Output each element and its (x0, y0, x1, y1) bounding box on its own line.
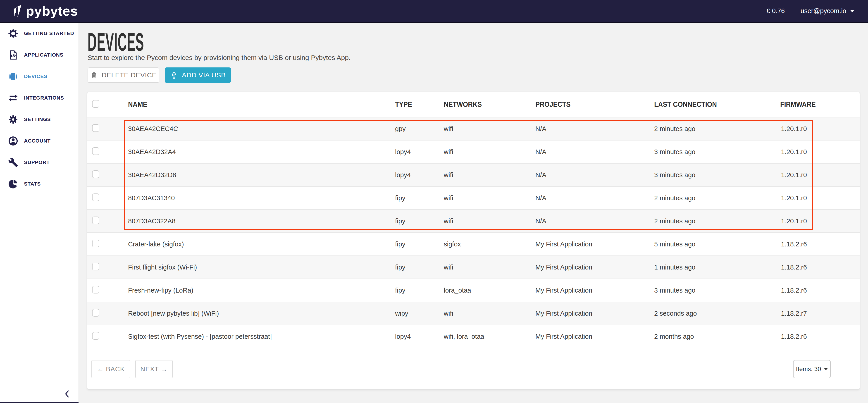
device-type: gpy (390, 125, 438, 133)
user-email: user@pycom.io (801, 7, 846, 15)
sidebar-item-devices[interactable]: DEVICES (0, 66, 79, 87)
add-via-usb-label: ADD VIA USB (182, 71, 226, 79)
sidebar-item-getting-started[interactable]: GETTING STARTED (0, 23, 79, 44)
col-header-projects: PROJECTS (530, 100, 649, 108)
device-projects: My First Application (530, 264, 649, 271)
col-header-firmware: FIRMWARE (774, 100, 817, 108)
device-name[interactable]: 807D3AC322A8 (122, 217, 390, 225)
delete-device-label: DELETE DEVICE (102, 71, 157, 79)
next-button[interactable]: NEXT → (135, 360, 173, 378)
device-firmware: 1.18.2.r6 (774, 264, 817, 271)
sidebar-item-label: SETTINGS (24, 117, 51, 122)
chevron-left-icon (64, 390, 70, 398)
table-body: 30AEA42CEC4C gpy wifi N/A 2 minutes ago … (87, 117, 860, 348)
sidebar-item-account[interactable]: ACCOUNT (0, 130, 79, 152)
user-icon (8, 135, 19, 146)
sidebar-item-stats[interactable]: STATS (0, 173, 79, 195)
pybytes-logo-icon (13, 5, 23, 18)
device-type: fipy (390, 217, 438, 225)
table-row[interactable]: 30AEA42D32D8 lopy4 wifi N/A 3 minutes ag… (87, 163, 860, 186)
row-checkbox[interactable] (92, 193, 99, 201)
table-row[interactable]: Sigfox-test (with Pysense) - [pastoor pe… (87, 325, 860, 348)
device-name[interactable]: 807D3AC31340 (122, 194, 390, 202)
caret-down-icon (824, 368, 828, 370)
device-name[interactable]: 30AEA42D32D8 (122, 171, 390, 179)
page-title: DEVICES (88, 29, 200, 55)
sidebar-collapse-button[interactable] (62, 389, 72, 399)
topbar-right: € 0.76 user@pycom.io (766, 7, 855, 15)
device-last-connection: 3 minutes ago (649, 148, 774, 156)
device-projects: My First Application (530, 333, 649, 340)
sidebar-item-support[interactable]: SUPPORT (0, 152, 79, 173)
row-checkbox[interactable] (92, 147, 99, 155)
device-last-connection: 3 minutes ago (649, 287, 774, 294)
device-name[interactable]: Crater-lake (sigfox) (122, 241, 390, 248)
sidebar-item-integrations[interactable]: INTEGRATIONS (0, 87, 79, 108)
row-checkbox[interactable] (92, 217, 99, 224)
table-footer: ← BACK NEXT → Items: 30 (87, 347, 860, 390)
sidebar-item-applications[interactable]: APPLICATIONS (0, 44, 79, 66)
table-row[interactable]: 807D3AC31340 fipy wifi N/A 2 minutes ago… (87, 186, 860, 209)
row-checkbox[interactable] (92, 309, 99, 316)
device-name[interactable]: Reboot [new pybytes lib] (WiFi) (122, 310, 390, 317)
chip-icon (8, 71, 19, 82)
device-projects: My First Application (530, 287, 649, 294)
account-balance: € 0.76 (766, 7, 785, 15)
items-per-page-dropdown[interactable]: Items: 30 (793, 360, 831, 378)
table-row[interactable]: 30AEA42D32A4 lopy4 wifi N/A 3 minutes ag… (87, 140, 860, 163)
device-networks: wifi (438, 194, 530, 202)
items-per-page-label: Items: 30 (796, 366, 821, 373)
sidebar: GETTING STARTED APPLICATIONS (0, 23, 79, 403)
device-name[interactable]: Fresh-new-fipy (LoRa) (122, 287, 390, 294)
delete-device-button[interactable]: DELETE DEVICE (88, 67, 159, 83)
device-type: fipy (390, 287, 438, 294)
add-via-usb-button[interactable]: ADD VIA USB (165, 67, 231, 83)
user-menu-button[interactable]: user@pycom.io (801, 7, 855, 15)
table-row[interactable]: 807D3AC322A8 fipy wifi N/A 2 minutes ago… (87, 209, 860, 232)
sidebar-item-label: SUPPORT (24, 159, 50, 165)
device-firmware: 1.18.2.r7 (774, 310, 817, 317)
table-row[interactable]: 30AEA42CEC4C gpy wifi N/A 2 minutes ago … (87, 117, 860, 140)
row-checkbox[interactable] (92, 124, 99, 132)
caret-down-icon (850, 9, 855, 12)
sidebar-item-label: DEVICES (24, 73, 48, 80)
main-content: DEVICES Start to explore the Pycom devic… (79, 23, 868, 403)
pybytes-logo[interactable]: pybytes (13, 4, 78, 18)
devices-table-card: NAME TYPE NETWORKS PROJECTS LAST CONNECT… (87, 92, 860, 390)
device-firmware: 1.20.1.r0 (774, 194, 817, 202)
device-last-connection: 1 minutes ago (649, 264, 774, 271)
table-row[interactable]: Crater-lake (sigfox) fipy sigfox My Firs… (87, 232, 860, 255)
select-all-checkbox[interactable] (92, 100, 99, 108)
row-checkbox[interactable] (92, 263, 99, 270)
device-networks: wifi (438, 310, 530, 317)
device-firmware: 1.20.1.r0 (774, 125, 817, 133)
table-row[interactable]: Reboot [new pybytes lib] (WiFi) wipy wif… (87, 302, 860, 325)
device-projects: My First Application (530, 241, 649, 248)
device-firmware: 1.18.2.r6 (774, 333, 817, 340)
row-checkbox[interactable] (92, 240, 99, 247)
back-button[interactable]: ← BACK (91, 360, 130, 378)
usb-icon (170, 71, 178, 80)
row-checkbox[interactable] (92, 170, 99, 178)
sidebar-item-settings[interactable]: SETTINGS (0, 108, 79, 130)
sidebar-item-label: STATS (24, 181, 41, 187)
device-projects: N/A (530, 217, 649, 225)
device-name[interactable]: Sigfox-test (with Pysense) - [pastoor pe… (122, 333, 390, 340)
wrench-icon (8, 157, 19, 168)
table-row[interactable]: First flight sigfox (Wi-Fi) fipy wifi My… (87, 255, 860, 279)
device-networks: wifi, lora_otaa (438, 333, 530, 340)
row-checkbox[interactable] (92, 332, 99, 340)
table-row[interactable]: Fresh-new-fipy (LoRa) fipy lora_otaa My … (87, 279, 860, 302)
device-projects: N/A (530, 194, 649, 202)
device-name[interactable]: 30AEA42CEC4C (122, 125, 390, 133)
action-buttons: DELETE DEVICE ADD VIA USB (88, 67, 231, 83)
sidebar-nav: GETTING STARTED APPLICATIONS (0, 23, 79, 195)
device-name[interactable]: 30AEA42D32A4 (122, 148, 390, 156)
device-name[interactable]: First flight sigfox (Wi-Fi) (122, 264, 390, 271)
device-networks: wifi (438, 125, 530, 133)
device-networks: wifi (438, 171, 530, 179)
row-checkbox[interactable] (92, 286, 99, 293)
device-last-connection: 2 minutes ago (649, 217, 774, 225)
swap-arrows-icon (8, 93, 19, 103)
device-last-connection: 2 seconds ago (649, 310, 774, 317)
